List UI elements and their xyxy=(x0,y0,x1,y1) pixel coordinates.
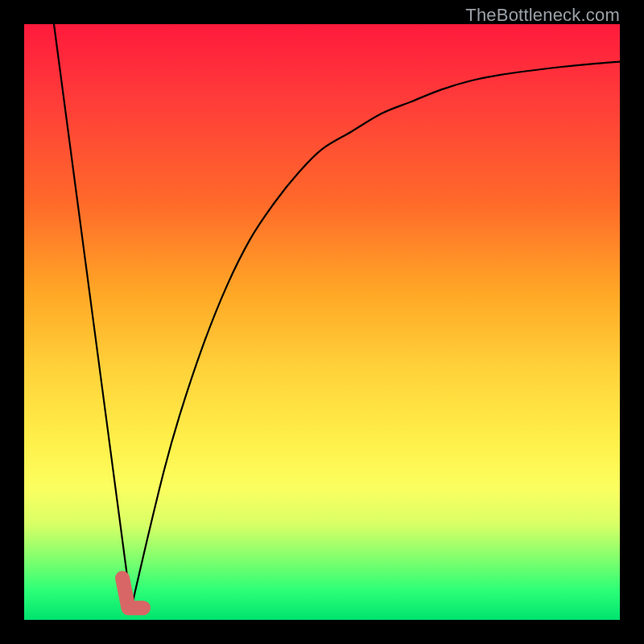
plot-area xyxy=(24,24,620,620)
chart-frame: TheBottleneck.com xyxy=(0,0,644,644)
watermark-text: TheBottleneck.com xyxy=(465,5,620,26)
curve-layer xyxy=(24,24,620,620)
optimal-marker xyxy=(122,578,143,608)
bottleneck-curve xyxy=(54,24,620,608)
